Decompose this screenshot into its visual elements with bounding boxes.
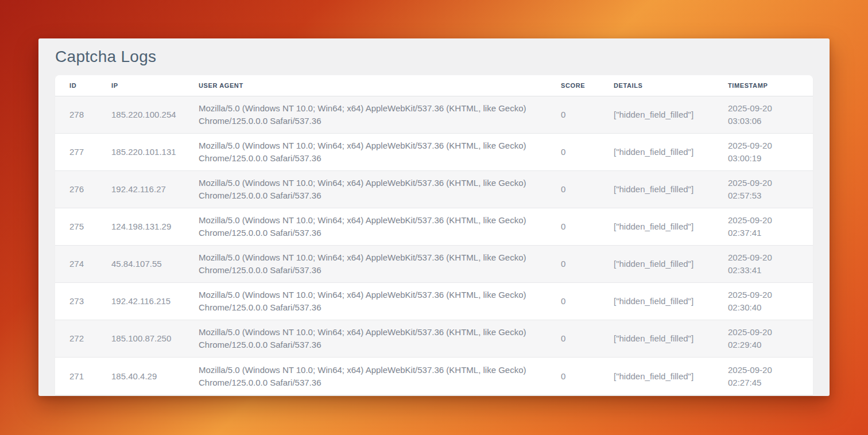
- table-row: 275 124.198.131.29 Mozilla/5.0 (Windows …: [55, 208, 813, 246]
- cell-user-agent: Mozilla/5.0 (Windows NT 10.0; Win64; x64…: [199, 177, 561, 202]
- cell-id: 272: [55, 332, 111, 345]
- captcha-logs-card: Captcha Logs ID IP USER AGENT SCORE DETA…: [38, 38, 830, 396]
- cell-score: 0: [561, 220, 614, 233]
- cell-ip: 192.42.116.27: [111, 183, 199, 196]
- table-row: 272 185.100.87.250 Mozilla/5.0 (Windows …: [55, 320, 813, 358]
- cell-timestamp: 2025-09-20 03:00:19: [728, 139, 813, 165]
- cell-score: 0: [561, 146, 614, 158]
- cell-user-agent: Mozilla/5.0 (Windows NT 10.0; Win64; x64…: [199, 251, 561, 277]
- column-header-timestamp: TIMESTAMP: [728, 82, 813, 89]
- timestamp-date: 2025-09-20: [728, 364, 806, 376]
- cell-ip: 124.198.131.29: [111, 220, 199, 233]
- column-header-ip: IP: [111, 82, 199, 89]
- cell-timestamp: 2025-09-20 02:37:41: [728, 214, 813, 239]
- cell-details: ["hidden_field_filled"]: [614, 332, 728, 345]
- cell-ip: 185.40.4.29: [111, 370, 199, 383]
- cell-user-agent: Mozilla/5.0 (Windows NT 10.0; Win64; x64…: [199, 102, 561, 127]
- cell-details: ["hidden_field_filled"]: [614, 146, 728, 158]
- timestamp-time: 02:30:40: [728, 301, 806, 314]
- cell-ip: 45.84.107.55: [111, 258, 199, 270]
- timestamp-time: 02:33:41: [728, 264, 806, 277]
- cell-id: 276: [55, 183, 111, 196]
- cell-timestamp: 2025-09-20 03:03:06: [728, 102, 813, 127]
- timestamp-time: 03:03:06: [728, 115, 806, 127]
- table-header-row: ID IP USER AGENT SCORE DETAILS TIMESTAMP: [55, 75, 813, 96]
- table-row: 277 185.220.101.131 Mozilla/5.0 (Windows…: [55, 134, 813, 171]
- table-body: 278 185.220.100.254 Mozilla/5.0 (Windows…: [55, 96, 813, 395]
- column-header-id: ID: [55, 82, 111, 89]
- cell-id: 278: [55, 108, 111, 121]
- timestamp-date: 2025-09-20: [728, 177, 806, 189]
- logs-table: ID IP USER AGENT SCORE DETAILS TIMESTAMP…: [55, 75, 813, 395]
- table-row: 273 192.42.116.215 Mozilla/5.0 (Windows …: [55, 283, 813, 320]
- cell-user-agent: Mozilla/5.0 (Windows NT 10.0; Win64; x64…: [199, 214, 561, 239]
- timestamp-date: 2025-09-20: [728, 326, 806, 339]
- cell-ip: 192.42.116.215: [111, 295, 199, 308]
- table-row: 276 192.42.116.27 Mozilla/5.0 (Windows N…: [55, 171, 813, 208]
- cell-score: 0: [561, 332, 614, 345]
- timestamp-time: 02:27:45: [728, 376, 806, 389]
- cell-details: ["hidden_field_filled"]: [614, 108, 728, 121]
- cell-id: 271: [55, 370, 111, 383]
- cell-ip: 185.220.100.254: [111, 108, 199, 121]
- cell-details: ["hidden_field_filled"]: [614, 183, 728, 196]
- cell-timestamp: 2025-09-20 02:33:41: [728, 251, 813, 277]
- table-row: 274 45.84.107.55 Mozilla/5.0 (Windows NT…: [55, 246, 813, 283]
- timestamp-date: 2025-09-20: [728, 102, 806, 115]
- cell-score: 0: [561, 370, 614, 383]
- cell-ip: 185.220.101.131: [111, 146, 199, 158]
- timestamp-time: 03:00:19: [728, 152, 806, 165]
- table-row: 278 185.220.100.254 Mozilla/5.0 (Windows…: [55, 96, 813, 134]
- column-header-details: DETAILS: [614, 82, 728, 89]
- cell-timestamp: 2025-09-20 02:27:45: [728, 364, 813, 389]
- cell-user-agent: Mozilla/5.0 (Windows NT 10.0; Win64; x64…: [199, 326, 561, 351]
- cell-id: 273: [55, 295, 111, 308]
- column-header-score: SCORE: [561, 82, 614, 89]
- timestamp-date: 2025-09-20: [728, 289, 806, 301]
- cell-user-agent: Mozilla/5.0 (Windows NT 10.0; Win64; x64…: [199, 289, 561, 314]
- cell-details: ["hidden_field_filled"]: [614, 370, 728, 383]
- timestamp-time: 02:37:41: [728, 227, 806, 239]
- cell-id: 274: [55, 258, 111, 270]
- page-title: Captcha Logs: [55, 47, 813, 67]
- cell-score: 0: [561, 183, 614, 196]
- timestamp-date: 2025-09-20: [728, 251, 806, 264]
- cell-id: 275: [55, 220, 111, 233]
- timestamp-date: 2025-09-20: [728, 214, 806, 227]
- cell-score: 0: [561, 108, 614, 121]
- cell-id: 277: [55, 146, 111, 158]
- cell-user-agent: Mozilla/5.0 (Windows NT 10.0; Win64; x64…: [199, 364, 561, 389]
- cell-details: ["hidden_field_filled"]: [614, 295, 728, 308]
- cell-score: 0: [561, 258, 614, 270]
- cell-score: 0: [561, 295, 614, 308]
- table-row: 271 185.40.4.29 Mozilla/5.0 (Windows NT …: [55, 358, 813, 395]
- cell-details: ["hidden_field_filled"]: [614, 220, 728, 233]
- timestamp-time: 02:57:53: [728, 189, 806, 202]
- cell-ip: 185.100.87.250: [111, 332, 199, 345]
- cell-timestamp: 2025-09-20 02:57:53: [728, 177, 813, 202]
- cell-timestamp: 2025-09-20 02:29:40: [728, 326, 813, 351]
- cell-timestamp: 2025-09-20 02:30:40: [728, 289, 813, 314]
- timestamp-time: 02:29:40: [728, 339, 806, 351]
- cell-user-agent: Mozilla/5.0 (Windows NT 10.0; Win64; x64…: [199, 139, 561, 165]
- cell-details: ["hidden_field_filled"]: [614, 258, 728, 270]
- column-header-user-agent: USER AGENT: [199, 82, 561, 89]
- timestamp-date: 2025-09-20: [728, 139, 806, 152]
